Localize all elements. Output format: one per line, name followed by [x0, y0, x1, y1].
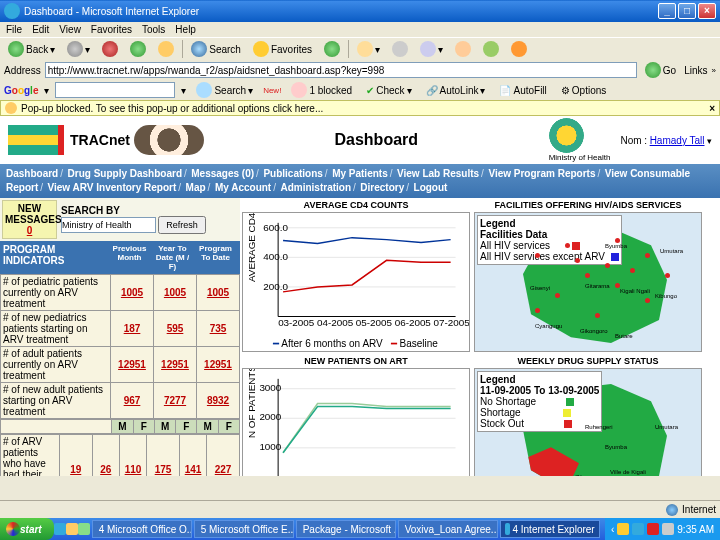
indicator-value[interactable]: 26 — [92, 435, 119, 477]
popup-close-button[interactable]: × — [709, 103, 715, 114]
new-messages-count[interactable]: 0 — [27, 225, 33, 236]
indicator-value[interactable]: 12951 — [197, 347, 240, 383]
indicator-value[interactable]: 967 — [111, 383, 154, 419]
indicator-value[interactable]: 12951 — [154, 347, 197, 383]
indicator-value[interactable]: 19 — [59, 435, 92, 477]
task-ie[interactable]: 4 Internet Explorer — [500, 520, 600, 538]
menu-file[interactable]: File — [6, 24, 22, 35]
task-package[interactable]: Package - Microsoft ... — [296, 520, 396, 538]
tray-icon[interactable] — [632, 523, 644, 535]
back-button[interactable]: Back ▾ — [4, 40, 59, 58]
facility-dot[interactable] — [665, 273, 670, 278]
indicator-value[interactable]: 187 — [111, 311, 154, 347]
tab-arv-inventory[interactable]: View ARV Inventory Report — [48, 182, 177, 193]
tray-expand-icon[interactable]: ‹ — [611, 524, 614, 535]
task-office-1[interactable]: 4 Microsoft Office O... — [92, 520, 192, 538]
research-button[interactable] — [479, 40, 503, 58]
google-search-button[interactable]: Search ▾ — [192, 81, 257, 99]
refresh-button[interactable]: Refresh — [158, 216, 206, 234]
city-label: Gitarama — [575, 474, 600, 476]
tab-directory[interactable]: Directory — [360, 182, 404, 193]
print-button[interactable] — [388, 40, 412, 58]
mail-button[interactable]: ▾ — [353, 40, 384, 58]
search-by-input[interactable] — [61, 217, 156, 233]
facility-dot[interactable] — [535, 253, 540, 258]
stop-button[interactable] — [98, 40, 122, 58]
tab-drug-supply[interactable]: Drug Supply Dashboard — [68, 168, 182, 179]
google-options-button[interactable]: ⚙Options — [557, 84, 610, 97]
facility-dot[interactable] — [575, 258, 580, 263]
user-link[interactable]: Hamady Tall — [650, 135, 705, 146]
tab-map[interactable]: Map — [186, 182, 206, 193]
tab-dashboard[interactable]: Dashboard — [6, 168, 58, 179]
address-input[interactable] — [45, 62, 637, 78]
indicator-value[interactable]: 110 — [119, 435, 146, 477]
edit-button[interactable]: ▾ — [416, 40, 447, 58]
indicator-value[interactable]: 595 — [154, 311, 197, 347]
indicator-value[interactable]: 1005 — [111, 275, 154, 311]
google-search-input[interactable] — [55, 82, 175, 98]
tray-volume-icon[interactable] — [662, 523, 674, 535]
indicator-value[interactable]: 8932 — [197, 383, 240, 419]
facility-dot[interactable] — [585, 273, 590, 278]
links-label[interactable]: Links — [684, 65, 707, 76]
indicator-value[interactable]: 7277 — [154, 383, 197, 419]
history-button[interactable] — [320, 40, 344, 58]
google-autofill-button[interactable]: 📄AutoFill — [495, 84, 550, 97]
indicator-value[interactable]: 735 — [197, 311, 240, 347]
tab-my-patients[interactable]: My Patients — [332, 168, 388, 179]
indicator-value[interactable]: 1005 — [197, 275, 240, 311]
facility-dot[interactable] — [645, 253, 650, 258]
indicator-value[interactable]: 227 — [207, 435, 240, 477]
indicator-value[interactable]: 1005 — [154, 275, 197, 311]
facility-dot[interactable] — [535, 308, 540, 313]
tab-my-account[interactable]: My Account — [215, 182, 271, 193]
tab-lab-results[interactable]: View Lab Results — [397, 168, 479, 179]
indicator-value[interactable]: 141 — [179, 435, 206, 477]
search-button[interactable]: Search — [187, 40, 245, 58]
tab-messages[interactable]: Messages (0) — [191, 168, 254, 179]
discuss-button[interactable] — [451, 40, 475, 58]
menu-favorites[interactable]: Favorites — [91, 24, 132, 35]
menu-view[interactable]: View — [59, 24, 81, 35]
facility-dot[interactable] — [595, 313, 600, 318]
refresh-button[interactable] — [126, 40, 150, 58]
tab-program-reports[interactable]: View Program Reports — [488, 168, 595, 179]
task-voxiva[interactable]: Voxiva_Loan Agree... — [398, 520, 498, 538]
tray-icon[interactable] — [617, 523, 629, 535]
facility-dot[interactable] — [565, 243, 570, 248]
ql-explorer-icon[interactable] — [78, 523, 90, 535]
popup-blocked-bar[interactable]: Pop-up blocked. To see this pop-up or ad… — [0, 100, 720, 116]
menu-help[interactable]: Help — [175, 24, 196, 35]
ql-ie-icon[interactable] — [54, 523, 66, 535]
facilities-map[interactable]: Legend Facilities Data All HIV services … — [474, 212, 702, 352]
drug-supply-map[interactable]: Legend 11-09-2005 To 13-09-2005 No Short… — [474, 368, 702, 476]
facility-dot[interactable] — [555, 293, 560, 298]
tab-publications[interactable]: Publications — [263, 168, 322, 179]
facility-dot[interactable] — [630, 268, 635, 273]
maximize-button[interactable]: □ — [678, 3, 696, 19]
tray-icon[interactable] — [647, 523, 659, 535]
menu-edit[interactable]: Edit — [32, 24, 49, 35]
ql-desktop-icon[interactable] — [66, 523, 78, 535]
start-button[interactable]: start — [0, 518, 54, 540]
facility-dot[interactable] — [605, 263, 610, 268]
task-office-2[interactable]: 5 Microsoft Office E... — [194, 520, 294, 538]
google-autolink-button[interactable]: 🔗AutoLink ▾ — [422, 84, 490, 97]
favorites-button[interactable]: Favorites — [249, 40, 316, 58]
home-button[interactable] — [154, 40, 178, 58]
google-blocked-button[interactable]: 1 blocked — [287, 81, 356, 99]
tab-logout[interactable]: Logout — [414, 182, 448, 193]
indicator-value[interactable]: 175 — [147, 435, 180, 477]
indicator-value[interactable]: 12951 — [111, 347, 154, 383]
menu-tools[interactable]: Tools — [142, 24, 165, 35]
minimize-button[interactable]: _ — [658, 3, 676, 19]
google-check-button[interactable]: ✔Check ▾ — [362, 84, 415, 97]
go-button[interactable]: Go — [641, 61, 680, 79]
messenger-button[interactable] — [507, 40, 531, 58]
forward-button[interactable]: ▾ — [63, 40, 94, 58]
clock[interactable]: 9:35 AM — [677, 524, 714, 535]
tab-administration[interactable]: Administration — [280, 182, 351, 193]
close-button[interactable]: × — [698, 3, 716, 19]
facility-dot[interactable] — [645, 298, 650, 303]
